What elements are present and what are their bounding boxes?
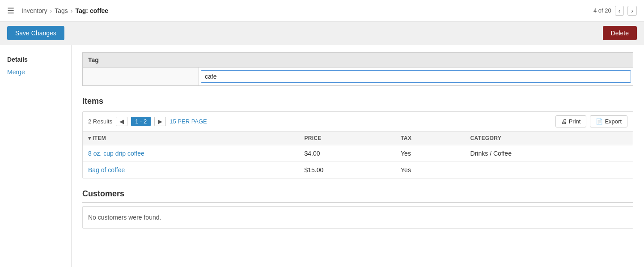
content-area: Tag Items 2 Results ◀ (72, 45, 644, 267)
items-toolbar-right: 🖨 Print 📄 Export (555, 115, 627, 127)
pagination-next-button[interactable]: › (627, 6, 637, 16)
customers-section: Customers No customers were found. (82, 189, 633, 229)
item-price-cell-0: $4.00 (299, 145, 395, 162)
items-toolbar-left: 2 Results ◀ 1 - 2 ▶ 15 PER PAGE (88, 117, 207, 126)
tag-section-table: Tag (82, 52, 633, 86)
item-category-cell-1 (465, 162, 633, 178)
item-link-0[interactable]: 8 oz. cup drip coffee (88, 150, 144, 157)
sidebar: Details Merge (0, 45, 72, 267)
tag-input[interactable] (201, 70, 631, 83)
pagination-label: 4 of 20 (593, 7, 611, 14)
items-table-wrapper: 2 Results ◀ 1 - 2 ▶ 15 PER PAGE 🖨 Print … (82, 111, 633, 178)
tag-label-cell (83, 68, 199, 86)
breadcrumb-inventory[interactable]: Inventory (21, 7, 47, 14)
export-label: Export (605, 118, 622, 125)
per-page-label: 15 PER PAGE (169, 118, 207, 125)
print-icon: 🖨 (561, 118, 567, 125)
pagination-prev-button[interactable]: ‹ (615, 6, 624, 16)
page-next-button[interactable]: ▶ (154, 117, 166, 126)
table-row: Bag of coffee $15.00 Yes (83, 162, 633, 178)
items-section: Items 2 Results ◀ 1 - 2 ▶ 15 PER PAGE 🖨 (82, 97, 633, 178)
items-section-title: Items (82, 97, 633, 106)
breadcrumb-sep-1: › (50, 7, 52, 14)
pagination-nav: 4 of 20 ‹ › (593, 6, 637, 16)
table-row: 8 oz. cup drip coffee $4.00 Yes Drinks /… (83, 145, 633, 162)
item-tax-cell-0: Yes (395, 145, 465, 162)
breadcrumb-sep-2: › (71, 7, 73, 14)
page-current: 1 - 2 (131, 117, 151, 126)
customers-box: No customers were found. (82, 206, 633, 229)
sidebar-link-merge[interactable]: Merge (0, 67, 71, 77)
item-tax-cell-1: Yes (395, 162, 465, 178)
breadcrumb-current: Tag: coffee (76, 7, 109, 14)
customers-section-title: Customers (82, 189, 633, 199)
results-label: 2 Results (88, 118, 112, 125)
print-label: Print (569, 118, 581, 125)
col-price: PRICE (299, 131, 395, 145)
breadcrumb-tags[interactable]: Tags (55, 7, 68, 14)
delete-button[interactable]: Delete (603, 26, 637, 40)
col-item: ▾ ITEM (83, 131, 299, 145)
no-customers-message: No customers were found. (88, 214, 161, 221)
tag-input-row (83, 68, 633, 86)
col-tax: TAX (395, 131, 465, 145)
print-button[interactable]: 🖨 Print (555, 115, 587, 127)
item-category-cell-0: Drinks / Coffee (465, 145, 633, 162)
items-data-table: ▾ ITEM PRICE TAX CATEGORY 8 oz. cup drip… (83, 131, 633, 178)
tag-input-cell (199, 68, 633, 86)
main-layout: Details Merge Tag Items (0, 45, 644, 267)
export-button[interactable]: 📄 Export (590, 115, 627, 127)
page-prev-button[interactable]: ◀ (116, 117, 127, 126)
sidebar-section-details: Details (0, 52, 71, 67)
items-toolbar: 2 Results ◀ 1 - 2 ▶ 15 PER PAGE 🖨 Print … (83, 112, 633, 131)
customers-divider (82, 202, 633, 203)
item-name-cell: 8 oz. cup drip coffee (83, 145, 299, 162)
col-category: CATEGORY (465, 131, 633, 145)
export-icon: 📄 (596, 118, 603, 125)
action-bar: Save Changes Delete (0, 21, 644, 45)
item-price-cell-1: $15.00 (299, 162, 395, 178)
hamburger-icon: ☰ (7, 6, 14, 16)
sort-indicator: ▾ (88, 135, 91, 141)
item-name-cell: Bag of coffee (83, 162, 299, 178)
top-nav: ☰ Inventory › Tags › Tag: coffee 4 of 20… (0, 0, 644, 21)
item-link-1[interactable]: Bag of coffee (88, 166, 125, 174)
breadcrumb: ☰ Inventory › Tags › Tag: coffee (7, 6, 108, 16)
items-table-header-row: ▾ ITEM PRICE TAX CATEGORY (83, 131, 633, 145)
tag-header: Tag (83, 53, 633, 68)
save-changes-button[interactable]: Save Changes (7, 26, 64, 40)
